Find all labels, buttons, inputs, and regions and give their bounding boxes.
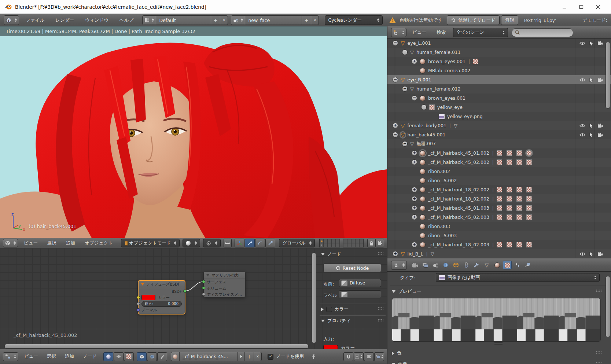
outliner-row[interactable]: ribon _S.002	[387, 176, 611, 185]
outliner-row[interactable]: −▽eye_R.001	[387, 75, 611, 84]
node-label-field[interactable]	[339, 290, 381, 298]
outliner-item-label[interactable]: ribon _S.003	[428, 233, 457, 238]
add-material-button[interactable]	[244, 352, 254, 361]
menu-help[interactable]: ヘルプ	[119, 17, 133, 23]
texture-icon[interactable]	[507, 205, 512, 211]
texture-icon[interactable]	[507, 214, 512, 220]
color-section-header[interactable]: カラー	[321, 306, 349, 312]
texture-icon[interactable]	[516, 159, 522, 165]
outliner-row[interactable]: +_cf_M_hairfront_18_02.003|	[387, 240, 611, 249]
editor-type-selector[interactable]	[3, 352, 18, 361]
outliner-item-label[interactable]: _cf_M_hairfront_18_02.002	[428, 196, 489, 202]
compositing-nodes-tab-icon[interactable]	[114, 352, 124, 361]
outliner-row[interactable]: −▽無題.007	[387, 139, 611, 148]
expand-toggle-icon[interactable]: +	[412, 205, 417, 211]
outliner-row[interactable]: +_cf_M_hairfront_18_02.002|	[387, 185, 611, 194]
layer-cell[interactable]	[351, 239, 355, 243]
panel-drag-dots[interactable]	[596, 289, 601, 293]
properties-section-header[interactable]: プロパティ	[321, 318, 351, 324]
outliner-row[interactable]: yellow_eye.png	[387, 112, 611, 121]
outliner-item-label[interactable]: brown_eyes.001	[428, 95, 465, 101]
constraints-tab-icon[interactable]	[462, 261, 471, 269]
texture-icon[interactable]	[507, 187, 512, 192]
snap-magnet-icon[interactable]	[343, 352, 353, 361]
object-shader-icon[interactable]	[137, 352, 147, 361]
renderable-camera-icon[interactable]	[597, 41, 603, 45]
layer-cell[interactable]	[324, 243, 328, 247]
resize-handle-icon[interactable]	[494, 342, 503, 345]
outliner-item-label[interactable]: yellow_eye	[437, 104, 463, 110]
world-shader-icon[interactable]	[147, 352, 157, 361]
surface-input-row[interactable]: サーフェス	[204, 279, 245, 285]
texture-icon[interactable]	[507, 159, 512, 165]
expand-toggle-icon[interactable]: +	[412, 150, 417, 156]
outliner-row[interactable]: −▽human_female.012	[387, 84, 611, 93]
renderable-camera-icon[interactable]	[597, 252, 603, 256]
outliner-row[interactable]: +_cf_M_hairfront_18_02.002|	[387, 194, 611, 203]
layer-cell[interactable]	[328, 243, 332, 247]
reload-trusted-button[interactable]: 信頼してリロード	[447, 15, 499, 25]
texture-icon[interactable]	[526, 187, 532, 192]
volume-input-row[interactable]: ボリューム	[204, 285, 245, 291]
image-section-header[interactable]: 画像	[392, 361, 407, 364]
bsdf-output-row[interactable]: BSDF	[139, 288, 185, 294]
outliner-row[interactable]: −▽hair_back45.001	[387, 130, 611, 139]
outliner-item-label[interactable]: _cf_M_hairback_45_02.003	[428, 214, 489, 220]
scene-tab-icon[interactable]	[431, 261, 440, 269]
bsdf-output-socket[interactable]	[183, 290, 187, 293]
menu-object[interactable]: オブジェクト	[85, 240, 113, 246]
snap-mode-icon[interactable]	[354, 352, 364, 361]
outliner-scrollbar[interactable]	[606, 42, 610, 109]
outliner-row[interactable]: ribon.003	[387, 222, 611, 231]
render-engine-dropdown[interactable]: Cyclesレンダー	[325, 15, 383, 25]
layer-cell[interactable]	[355, 239, 359, 243]
outliner-item-label[interactable]: _cf_M_hairback_45_01.002	[428, 150, 489, 156]
texture-icon[interactable]	[516, 196, 522, 202]
material-datablock[interactable]: _cf_M_hairback_45... F	[171, 352, 262, 361]
panel-drag-dots[interactable]	[378, 252, 383, 255]
texture-icon[interactable]	[507, 196, 512, 202]
texture-icon[interactable]	[497, 214, 502, 220]
layer-cell[interactable]	[351, 243, 355, 247]
add-scene-button[interactable]	[302, 16, 311, 25]
layer-cell[interactable]	[343, 243, 347, 247]
scale-manipulator-icon[interactable]	[265, 239, 275, 247]
render-visibility-icon[interactable]	[376, 239, 384, 247]
layer-cell[interactable]	[324, 239, 328, 243]
renderable-camera-icon[interactable]	[597, 78, 603, 82]
fake-user-button[interactable]: F	[237, 352, 244, 361]
normal-socket[interactable]	[137, 308, 140, 312]
outliner-item-label[interactable]: human_female.011	[416, 49, 461, 55]
outliner-item-label[interactable]: ribon.003	[428, 224, 450, 229]
texture-icon[interactable]	[526, 242, 532, 247]
outliner-item-label[interactable]: _cf_M_hairback_45_02.002	[428, 159, 489, 165]
material-name-field[interactable]: _cf_M_hairback_45...	[180, 352, 237, 361]
rotate-manipulator-icon[interactable]	[255, 239, 265, 247]
preview-section-header[interactable]: プレビュー	[392, 288, 422, 295]
scene-browse-icon[interactable]	[231, 16, 245, 25]
texture-type-dropdown[interactable]: 画像または動画	[436, 273, 600, 282]
outliner-row[interactable]: ribon _S.003	[387, 231, 611, 240]
menu-add[interactable]: 追加	[66, 240, 75, 246]
scene-name-field[interactable]: new_face	[245, 16, 302, 25]
layer-cell[interactable]	[328, 239, 332, 243]
layer-cell[interactable]	[332, 239, 336, 243]
roughness-slider[interactable]: 粗さ: 0.000	[141, 301, 182, 307]
layers-widget[interactable]	[319, 239, 364, 247]
outliner-item-label[interactable]: _cf_M_hairfront_18_02.003	[428, 242, 489, 247]
layer-cell[interactable]	[336, 243, 340, 247]
roughness-socket[interactable]	[137, 302, 140, 305]
node-vertical-scrollbar[interactable]	[312, 253, 316, 343]
renderable-camera-icon[interactable]	[597, 133, 603, 137]
mode-dropdown[interactable]: オブジェクトモード	[121, 239, 180, 247]
expand-toggle-icon[interactable]: +	[393, 251, 398, 257]
viewport-shading-dropdown[interactable]	[183, 239, 200, 247]
panel-divider[interactable]	[387, 26, 387, 364]
displacement-socket[interactable]	[202, 293, 205, 296]
minimize-button[interactable]	[556, 1, 573, 12]
color-input-row[interactable]: カラー	[139, 294, 185, 301]
layer-cell[interactable]	[343, 239, 347, 243]
shader-nodes-tab-icon[interactable]	[103, 352, 113, 361]
editor-type-selector[interactable]	[391, 28, 406, 37]
pivot-point-dropdown[interactable]	[203, 239, 221, 247]
